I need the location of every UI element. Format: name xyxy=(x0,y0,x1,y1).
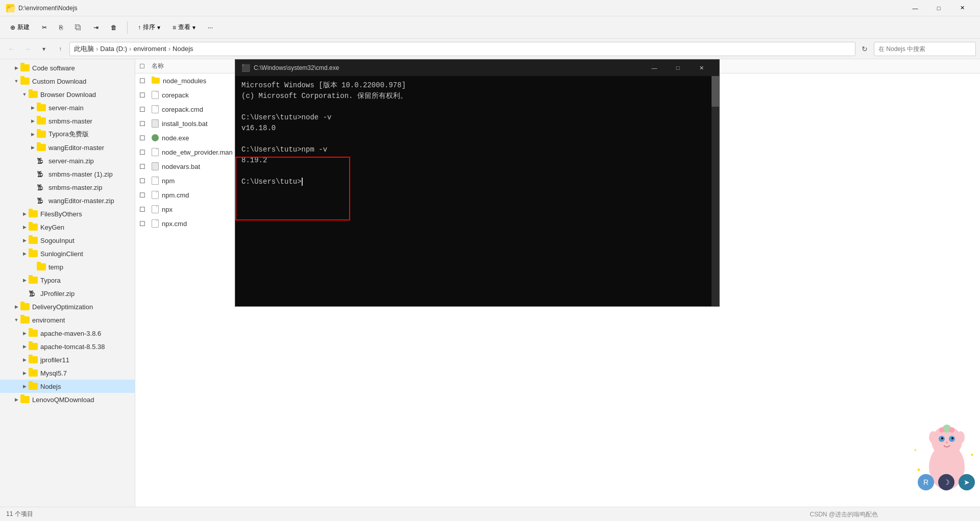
maximize-button[interactable]: □ xyxy=(927,0,950,16)
folder-icon xyxy=(29,383,38,390)
cmd-scrollbar-thumb[interactable] xyxy=(712,76,719,107)
sidebar-item-enviroment[interactable]: ▼ enviroment xyxy=(0,313,135,327)
sidebar-item-jprofilerzip[interactable]: 🗜 JProfiler.zip xyxy=(0,287,135,300)
folder-icon xyxy=(37,104,46,111)
dropdown-button[interactable]: ▾ xyxy=(37,42,51,56)
move-button[interactable]: ⇥ xyxy=(89,22,103,33)
cmd-line-5: C:\Users\tutu>npm -v xyxy=(241,144,713,155)
back-button[interactable]: ← xyxy=(4,42,18,56)
sidebar-item-keygen[interactable]: ▶ KeyGen xyxy=(0,220,135,234)
bottom-icon-2[interactable]: ☽ xyxy=(938,474,954,490)
row-check[interactable]: ☐ xyxy=(139,206,152,213)
svg-point-4 xyxy=(941,437,943,439)
folder-icon xyxy=(20,64,30,71)
sidebar-item-label: apache-maven-3.8.6 xyxy=(40,330,101,337)
bottom-icon-1[interactable]: R xyxy=(918,474,934,490)
window-icon: 📁 xyxy=(6,4,14,12)
sidebar: ▶ Code software ▼ Custom Download ▼ Brow… xyxy=(0,59,135,507)
cmd-line-1: Microsoft Windows [版本 10.0.22000.978] xyxy=(241,80,713,91)
sidebar-item-typora2[interactable]: ▶ Typora xyxy=(0,274,135,287)
expand-icon xyxy=(20,289,29,297)
sidebar-item-label: Browser Download xyxy=(40,91,96,98)
sidebar-item-wangeditor[interactable]: ▶ wangEditor-master xyxy=(0,141,135,154)
close-button[interactable]: ✕ xyxy=(950,0,974,16)
minimize-button[interactable]: — xyxy=(903,0,927,16)
sidebar-item-maven[interactable]: ▶ apache-maven-3.8.6 xyxy=(0,327,135,340)
svg-point-2 xyxy=(939,436,945,442)
view-button[interactable]: ≡ 查看 ▾ xyxy=(168,21,200,34)
svg-text:✦: ✦ xyxy=(916,466,921,474)
sidebar-item-servermain[interactable]: ▶ server-main xyxy=(0,101,135,114)
sort-button[interactable]: ↑ 排序 ▾ xyxy=(134,21,164,34)
sidebar-item-lenovo[interactable]: ▶ LenovoQMDownload xyxy=(0,393,135,406)
sidebar-item-customdownload[interactable]: ▼ Custom Download xyxy=(0,75,135,88)
row-check[interactable]: ☐ xyxy=(139,220,152,228)
sidebar-item-smbmsmasterzip[interactable]: 🗜 smbms-master.zip xyxy=(0,181,135,194)
svg-point-11 xyxy=(949,428,954,433)
sidebar-item-browserdownload[interactable]: ▼ Browser Download xyxy=(0,88,135,101)
sidebar-item-typora[interactable]: ▶ Typora免费版 xyxy=(0,128,135,141)
row-check[interactable]: ☐ xyxy=(139,177,152,185)
file-icon xyxy=(152,205,159,213)
folder-icon xyxy=(29,224,38,231)
forward-button[interactable]: → xyxy=(20,42,35,56)
cmd-maximize-button[interactable]: □ xyxy=(666,60,690,76)
expand-icon: ▶ xyxy=(20,250,29,258)
sidebar-item-servermainzip[interactable]: 🗜 server-main.zip xyxy=(0,154,135,167)
row-check[interactable]: ☐ xyxy=(139,91,152,99)
cmd-window: ⬛ C:\Windows\system32\cmd.exe — □ ✕ Micr… xyxy=(235,59,720,307)
sidebar-item-smbmsmaster1zip[interactable]: 🗜 smbms-master (1).zip xyxy=(0,167,135,181)
breadcrumb-thispc: 此电脑 xyxy=(74,44,94,54)
copy-button[interactable]: ⎘ xyxy=(55,22,67,33)
cut-button[interactable]: ✂ xyxy=(38,22,51,33)
sidebar-item-nodejs[interactable]: ▶ Nodejs xyxy=(0,380,135,393)
row-check[interactable]: ☐ xyxy=(139,148,152,156)
expand-icon: ▶ xyxy=(29,104,37,112)
cmd-minimize-button[interactable]: — xyxy=(643,60,666,76)
breadcrumb[interactable]: 此电脑 › Data (D:) › enviroment › Nodejs xyxy=(69,42,855,56)
cmd-line-blank2 xyxy=(241,134,713,144)
cmd-scrollbar[interactable] xyxy=(712,76,719,306)
sidebar-item-codesoftware[interactable]: ▶ Code software xyxy=(0,61,135,75)
sidebar-item-sunloginclient[interactable]: ▶ SunloginClient xyxy=(0,247,135,260)
toolbar-separator xyxy=(127,21,128,34)
delete-button[interactable]: 🗑 xyxy=(107,22,121,33)
refresh-button[interactable]: ↻ xyxy=(857,42,872,56)
sidebar-item-smbmsmaster[interactable]: ▶ smbms-master xyxy=(0,114,135,128)
sidebar-item-sougouinput[interactable]: ▶ SogouInput xyxy=(0,234,135,247)
expand-icon xyxy=(29,183,37,191)
sidebar-item-label: Typora xyxy=(40,277,61,284)
sidebar-item-tomcat[interactable]: ▶ apache-tomcat-8.5.38 xyxy=(0,340,135,353)
expand-icon: ▶ xyxy=(20,276,29,284)
expand-icon: ▶ xyxy=(29,130,37,138)
more-button[interactable]: ··· xyxy=(204,22,217,33)
folder-icon xyxy=(29,250,38,257)
expand-icon xyxy=(29,263,37,271)
sidebar-item-mysql[interactable]: ▶ Mysql5.7 xyxy=(0,366,135,380)
bat-icon xyxy=(152,162,159,170)
watermark: CSDN @进击的嗡鸣配色 xyxy=(810,510,878,519)
cmd-close-button[interactable]: ✕ xyxy=(690,60,713,76)
sidebar-item-temp[interactable]: temp xyxy=(0,260,135,274)
folder-icon xyxy=(37,131,46,138)
cmd-title: C:\Windows\system32\cmd.exe xyxy=(254,64,643,71)
sidebar-item-label: Mysql5.7 xyxy=(40,369,67,377)
sidebar-item-deliveryopt[interactable]: ▶ DeliveryOptimization xyxy=(0,300,135,313)
row-check[interactable]: ☐ xyxy=(139,77,152,85)
sidebar-item-jprofiler11[interactable]: ▶ jprofiler11 xyxy=(0,353,135,366)
search-input[interactable] xyxy=(874,42,976,56)
svg-point-7 xyxy=(929,431,937,443)
row-check[interactable]: ☐ xyxy=(139,163,152,170)
row-check[interactable]: ☐ xyxy=(139,120,152,128)
row-check[interactable]: ☐ xyxy=(139,134,152,142)
row-check[interactable]: ☐ xyxy=(139,106,152,113)
row-check[interactable]: ☐ xyxy=(139,191,152,199)
up-button[interactable]: ↑ xyxy=(53,42,67,56)
new-button[interactable]: ⊕ 新建 xyxy=(6,21,34,34)
sidebar-item-label: jprofiler11 xyxy=(40,356,69,364)
svg-point-10 xyxy=(939,428,944,433)
sidebar-item-filesbyothers[interactable]: ▶ FilesByOthers xyxy=(0,207,135,220)
paste-button[interactable]: ⿻ xyxy=(71,22,85,33)
bottom-icon-3[interactable]: ➤ xyxy=(959,474,975,490)
sidebar-item-wangeditorzip[interactable]: 🗜 wangEditor-master.zip xyxy=(0,194,135,207)
